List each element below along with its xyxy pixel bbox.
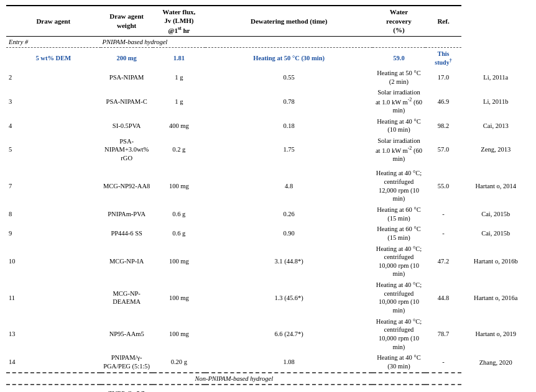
table-row: 16 TVBP-C6-5/5 0.04 g 0.3 Heating at 60 … xyxy=(6,388,530,392)
table-row: 13 NP95-AAm5 100 mg 6.6 (24.7*) Heating … xyxy=(6,316,530,353)
table-row: 11 MCG-NP-DEAEMA 100 mg 1.3 (45.6*) Heat… xyxy=(6,280,530,316)
table-row: 14 PNIPAM/γ-PGA/PEG (5:1:5) 0.20 g 1.08 … xyxy=(6,352,530,372)
table-row: 5 wt% DEM 200 mg 1.81 Heating at 50 °C (… xyxy=(6,48,530,68)
table-row: 10 MCG-NP-IA 100 mg 3.1 (44.8*) Heating … xyxy=(6,244,530,280)
table-row: 2 PSA-NIPAM 1 g 0.55 Heating at 50 °C (2… xyxy=(6,68,530,87)
col-header-flux: Water flux,Jv (LMH)@1st hr xyxy=(153,6,205,36)
main-table: Draw agent Draw agent weight Water flux,… xyxy=(6,5,530,392)
section2-divider: Non-PNIPAM-based hydrogel xyxy=(6,373,530,385)
col-header-agent: Draw agent xyxy=(6,6,101,36)
col-header-recovery: Waterrecovery(%) xyxy=(372,6,425,36)
table-row: 7 MCG-NP92-AA8 100 mg 4.8 Heating at 40 … xyxy=(6,168,530,204)
table-row: 3 PSA-NIPAM-C 1 g 0.78 Solar irradiation… xyxy=(6,87,530,116)
table-row: 8 PNIPAm-PVA 0.6 g 0.26 Heating at 60 °C… xyxy=(6,204,530,224)
entry-label-row: Entry # PNIPAM-based hydrogel xyxy=(6,36,530,48)
table-row: 9 PP444-6 SS 0.6 g 0.90 Heating at 60 °C… xyxy=(6,224,530,243)
table-row: 5 PSA-NIPAM+3.0wt% rGO 0.2 g 1.75 Solar … xyxy=(6,135,530,164)
table-header: Draw agent Draw agent weight Water flux,… xyxy=(6,6,530,36)
table-row: 4 SI-0.5PVA 400 mg 0.18 Heating at 40 °C… xyxy=(6,116,530,135)
col-header-weight: Draw agent weight xyxy=(101,6,153,36)
col-header-dewater: Dewatering method (time) xyxy=(205,6,372,36)
col-header-ref: Ref. xyxy=(425,6,462,36)
